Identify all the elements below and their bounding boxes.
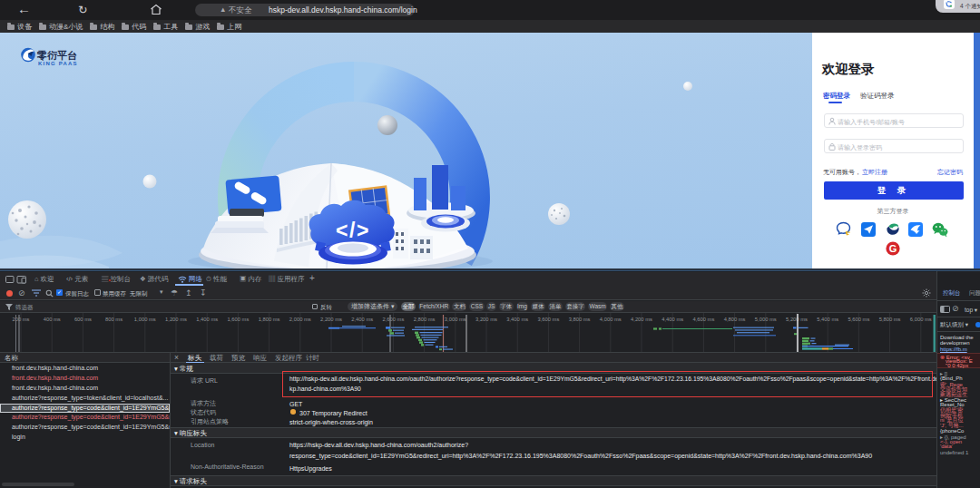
svg-text:4,400 ms: 4,400 ms [662, 317, 683, 322]
svg-text:400 ms: 400 ms [44, 317, 61, 322]
svg-text:1,000 ms: 1,000 ms [134, 317, 156, 322]
svg-text:2,800 ms: 2,800 ms [414, 317, 436, 322]
svg-text:5,200 ms: 5,200 ms [786, 317, 808, 322]
svg-text:4,600 ms: 4,600 ms [692, 317, 714, 322]
svg-text:4,800 ms: 4,800 ms [724, 317, 746, 322]
svg-text:2,200 ms: 2,200 ms [320, 317, 342, 322]
svg-text:600 ms: 600 ms [74, 317, 92, 322]
svg-text:800 ms: 800 ms [105, 317, 122, 322]
svg-text:G: G [889, 243, 897, 254]
svg-text:3,000 ms: 3,000 ms [445, 317, 466, 322]
svg-text:5,400 ms: 5,400 ms [817, 317, 838, 322]
svg-text:3,800 ms: 3,800 ms [569, 317, 591, 322]
svg-text:4,200 ms: 4,200 ms [631, 317, 652, 322]
svg-text:4,000 ms: 4,000 ms [600, 317, 622, 322]
svg-text:2,600 ms: 2,600 ms [382, 317, 404, 322]
svg-text:6,000 ms: 6,000 ms [910, 317, 932, 322]
svg-text:5,800 ms: 5,800 ms [879, 317, 901, 322]
svg-text:3,200 ms: 3,200 ms [475, 317, 497, 322]
svg-text:5,000 ms: 5,000 ms [755, 317, 777, 322]
svg-text:3,600 ms: 3,600 ms [537, 317, 559, 322]
svg-text:5,600 ms: 5,600 ms [848, 317, 869, 322]
svg-text:1,400 ms: 1,400 ms [196, 317, 218, 322]
svg-text:3,400 ms: 3,400 ms [506, 317, 528, 322]
svg-text:200 ms: 200 ms [12, 317, 29, 322]
svg-text:2,000 ms: 2,000 ms [289, 317, 311, 322]
svg-text:1,600 ms: 1,600 ms [227, 317, 249, 322]
svg-text:1,800 ms: 1,800 ms [259, 317, 280, 322]
svg-text:2,400 ms: 2,400 ms [351, 317, 373, 322]
svg-text:</>: </> [336, 219, 370, 242]
svg-text:1,200 ms: 1,200 ms [165, 317, 187, 322]
